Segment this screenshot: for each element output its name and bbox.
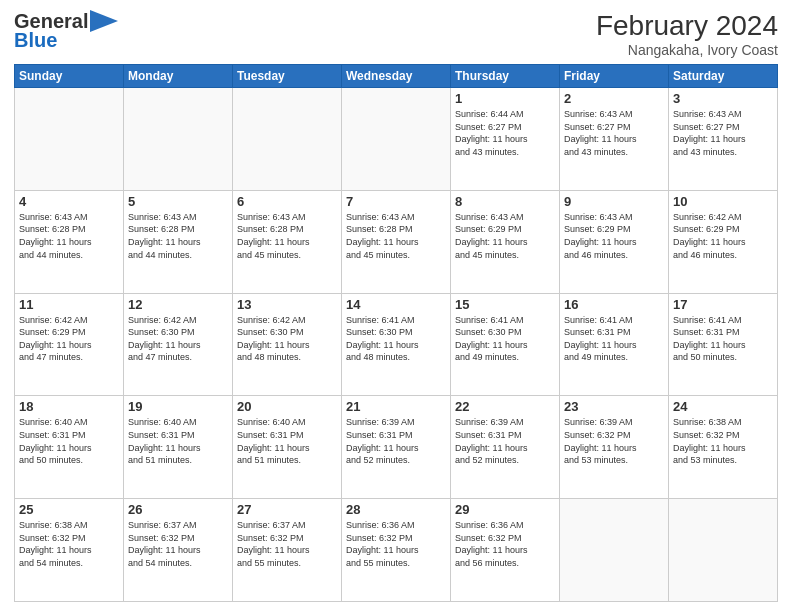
calendar-cell: 23Sunrise: 6:39 AM Sunset: 6:32 PM Dayli…	[560, 396, 669, 499]
day-info: Sunrise: 6:42 AM Sunset: 6:29 PM Dayligh…	[673, 211, 773, 261]
calendar-week-row: 4Sunrise: 6:43 AM Sunset: 6:28 PM Daylig…	[15, 190, 778, 293]
calendar-week-row: 25Sunrise: 6:38 AM Sunset: 6:32 PM Dayli…	[15, 499, 778, 602]
day-number: 7	[346, 194, 446, 209]
day-info: Sunrise: 6:38 AM Sunset: 6:32 PM Dayligh…	[673, 416, 773, 466]
calendar-cell: 10Sunrise: 6:42 AM Sunset: 6:29 PM Dayli…	[669, 190, 778, 293]
day-info: Sunrise: 6:43 AM Sunset: 6:28 PM Dayligh…	[237, 211, 337, 261]
day-number: 15	[455, 297, 555, 312]
day-info: Sunrise: 6:37 AM Sunset: 6:32 PM Dayligh…	[128, 519, 228, 569]
calendar-cell: 20Sunrise: 6:40 AM Sunset: 6:31 PM Dayli…	[233, 396, 342, 499]
day-number: 1	[455, 91, 555, 106]
day-number: 29	[455, 502, 555, 517]
calendar-cell: 27Sunrise: 6:37 AM Sunset: 6:32 PM Dayli…	[233, 499, 342, 602]
day-number: 20	[237, 399, 337, 414]
day-number: 11	[19, 297, 119, 312]
location: Nangakaha, Ivory Coast	[596, 42, 778, 58]
calendar-cell: 2Sunrise: 6:43 AM Sunset: 6:27 PM Daylig…	[560, 88, 669, 191]
day-number: 27	[237, 502, 337, 517]
day-number: 10	[673, 194, 773, 209]
day-number: 23	[564, 399, 664, 414]
logo-flag-icon	[90, 10, 120, 32]
day-number: 28	[346, 502, 446, 517]
calendar-cell: 12Sunrise: 6:42 AM Sunset: 6:30 PM Dayli…	[124, 293, 233, 396]
calendar-cell: 9Sunrise: 6:43 AM Sunset: 6:29 PM Daylig…	[560, 190, 669, 293]
calendar-cell: 11Sunrise: 6:42 AM Sunset: 6:29 PM Dayli…	[15, 293, 124, 396]
month-year: February 2024	[596, 10, 778, 42]
day-info: Sunrise: 6:43 AM Sunset: 6:27 PM Dayligh…	[564, 108, 664, 158]
calendar-cell: 3Sunrise: 6:43 AM Sunset: 6:27 PM Daylig…	[669, 88, 778, 191]
calendar-header-sunday: Sunday	[15, 65, 124, 88]
day-info: Sunrise: 6:42 AM Sunset: 6:30 PM Dayligh…	[237, 314, 337, 364]
calendar-cell	[669, 499, 778, 602]
calendar-cell: 26Sunrise: 6:37 AM Sunset: 6:32 PM Dayli…	[124, 499, 233, 602]
day-info: Sunrise: 6:39 AM Sunset: 6:31 PM Dayligh…	[455, 416, 555, 466]
day-info: Sunrise: 6:42 AM Sunset: 6:30 PM Dayligh…	[128, 314, 228, 364]
calendar-cell	[560, 499, 669, 602]
calendar-table: SundayMondayTuesdayWednesdayThursdayFrid…	[14, 64, 778, 602]
day-info: Sunrise: 6:36 AM Sunset: 6:32 PM Dayligh…	[455, 519, 555, 569]
day-info: Sunrise: 6:40 AM Sunset: 6:31 PM Dayligh…	[19, 416, 119, 466]
calendar-cell: 28Sunrise: 6:36 AM Sunset: 6:32 PM Dayli…	[342, 499, 451, 602]
calendar-cell: 14Sunrise: 6:41 AM Sunset: 6:30 PM Dayli…	[342, 293, 451, 396]
day-number: 3	[673, 91, 773, 106]
calendar-cell: 25Sunrise: 6:38 AM Sunset: 6:32 PM Dayli…	[15, 499, 124, 602]
calendar-week-row: 1Sunrise: 6:44 AM Sunset: 6:27 PM Daylig…	[15, 88, 778, 191]
day-number: 16	[564, 297, 664, 312]
calendar-cell: 16Sunrise: 6:41 AM Sunset: 6:31 PM Dayli…	[560, 293, 669, 396]
day-number: 22	[455, 399, 555, 414]
day-number: 24	[673, 399, 773, 414]
day-info: Sunrise: 6:38 AM Sunset: 6:32 PM Dayligh…	[19, 519, 119, 569]
calendar-cell: 17Sunrise: 6:41 AM Sunset: 6:31 PM Dayli…	[669, 293, 778, 396]
title-block: February 2024 Nangakaha, Ivory Coast	[596, 10, 778, 58]
day-info: Sunrise: 6:43 AM Sunset: 6:29 PM Dayligh…	[455, 211, 555, 261]
day-info: Sunrise: 6:36 AM Sunset: 6:32 PM Dayligh…	[346, 519, 446, 569]
calendar-cell: 13Sunrise: 6:42 AM Sunset: 6:30 PM Dayli…	[233, 293, 342, 396]
day-info: Sunrise: 6:44 AM Sunset: 6:27 PM Dayligh…	[455, 108, 555, 158]
day-number: 18	[19, 399, 119, 414]
day-number: 9	[564, 194, 664, 209]
day-info: Sunrise: 6:39 AM Sunset: 6:31 PM Dayligh…	[346, 416, 446, 466]
day-info: Sunrise: 6:40 AM Sunset: 6:31 PM Dayligh…	[237, 416, 337, 466]
day-info: Sunrise: 6:43 AM Sunset: 6:29 PM Dayligh…	[564, 211, 664, 261]
calendar-cell: 15Sunrise: 6:41 AM Sunset: 6:30 PM Dayli…	[451, 293, 560, 396]
calendar-cell: 6Sunrise: 6:43 AM Sunset: 6:28 PM Daylig…	[233, 190, 342, 293]
day-number: 14	[346, 297, 446, 312]
calendar-cell: 5Sunrise: 6:43 AM Sunset: 6:28 PM Daylig…	[124, 190, 233, 293]
calendar-cell: 21Sunrise: 6:39 AM Sunset: 6:31 PM Dayli…	[342, 396, 451, 499]
calendar-cell: 29Sunrise: 6:36 AM Sunset: 6:32 PM Dayli…	[451, 499, 560, 602]
page: General Blue February 2024 Nangakaha, Iv…	[0, 0, 792, 612]
calendar-cell: 19Sunrise: 6:40 AM Sunset: 6:31 PM Dayli…	[124, 396, 233, 499]
day-info: Sunrise: 6:40 AM Sunset: 6:31 PM Dayligh…	[128, 416, 228, 466]
calendar-header-tuesday: Tuesday	[233, 65, 342, 88]
calendar-header-friday: Friday	[560, 65, 669, 88]
day-info: Sunrise: 6:43 AM Sunset: 6:27 PM Dayligh…	[673, 108, 773, 158]
day-number: 8	[455, 194, 555, 209]
calendar-cell: 7Sunrise: 6:43 AM Sunset: 6:28 PM Daylig…	[342, 190, 451, 293]
day-number: 21	[346, 399, 446, 414]
calendar-cell: 1Sunrise: 6:44 AM Sunset: 6:27 PM Daylig…	[451, 88, 560, 191]
day-number: 17	[673, 297, 773, 312]
day-number: 13	[237, 297, 337, 312]
calendar-header-saturday: Saturday	[669, 65, 778, 88]
day-info: Sunrise: 6:41 AM Sunset: 6:31 PM Dayligh…	[673, 314, 773, 364]
calendar-cell	[342, 88, 451, 191]
day-info: Sunrise: 6:39 AM Sunset: 6:32 PM Dayligh…	[564, 416, 664, 466]
day-info: Sunrise: 6:41 AM Sunset: 6:30 PM Dayligh…	[346, 314, 446, 364]
calendar-header-wednesday: Wednesday	[342, 65, 451, 88]
day-number: 2	[564, 91, 664, 106]
calendar-week-row: 11Sunrise: 6:42 AM Sunset: 6:29 PM Dayli…	[15, 293, 778, 396]
day-number: 4	[19, 194, 119, 209]
day-number: 25	[19, 502, 119, 517]
day-number: 12	[128, 297, 228, 312]
day-number: 6	[237, 194, 337, 209]
calendar-header-monday: Monday	[124, 65, 233, 88]
logo: General Blue	[14, 10, 120, 52]
day-number: 19	[128, 399, 228, 414]
calendar-cell	[233, 88, 342, 191]
calendar-cell	[15, 88, 124, 191]
day-info: Sunrise: 6:43 AM Sunset: 6:28 PM Dayligh…	[128, 211, 228, 261]
day-info: Sunrise: 6:42 AM Sunset: 6:29 PM Dayligh…	[19, 314, 119, 364]
calendar-header-thursday: Thursday	[451, 65, 560, 88]
svg-marker-0	[90, 10, 118, 32]
calendar-week-row: 18Sunrise: 6:40 AM Sunset: 6:31 PM Dayli…	[15, 396, 778, 499]
